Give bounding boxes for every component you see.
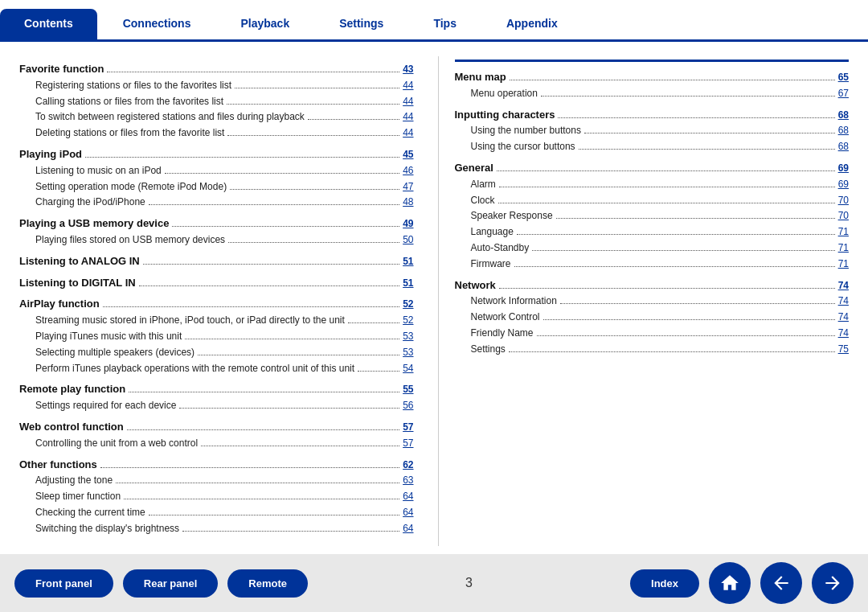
main-content: Favorite function43Registering stations … [0,42,868,554]
toc-sub-entry: Network Control74 [455,310,850,326]
home-button[interactable] [709,562,751,604]
toc-section: Listening to ANALOG IN51 [19,253,414,270]
toc-page[interactable]: 62 [403,458,413,474]
toc-page[interactable]: 70 [838,208,849,224]
toc-section: Playing iPod45Listening to music on an i… [19,146,414,211]
toc-sub-entry: Sleep timer function64 [19,489,414,505]
toc-label: Streaming music stored in iPhone, iPod t… [35,313,345,329]
toc-page[interactable]: 49 [403,216,413,232]
toc-page[interactable]: 46 [403,163,413,179]
toc-label: Registering stations or files to the fav… [35,78,231,94]
toc-page[interactable]: 68 [838,139,849,155]
toc-label: Menu operation [471,86,538,102]
toc-label: Network [455,277,496,294]
toc-page[interactable]: 51 [403,254,413,270]
toc-label: General [455,159,493,176]
toc-page[interactable]: 70 [838,193,849,209]
toc-page[interactable]: 57 [403,420,413,436]
toc-main-entry: Network74 [455,277,850,294]
tab-appendix[interactable]: Appendix [482,9,582,39]
toc-page[interactable]: 45 [403,147,413,163]
toc-page[interactable]: 44 [403,78,413,94]
toc-page[interactable]: 69 [838,177,849,193]
toc-page[interactable]: 71 [838,224,849,240]
toc-page[interactable]: 67 [838,86,849,102]
toc-page[interactable]: 71 [838,257,849,273]
tab-playback[interactable]: Playback [216,9,313,39]
index-button[interactable]: Index [630,569,699,598]
toc-page[interactable]: 74 [838,326,849,342]
toc-sub-entry: Menu operation67 [455,86,850,102]
toc-page[interactable]: 65 [838,70,849,86]
toc-sub-entry: To switch between registered stations an… [19,109,414,125]
toc-page[interactable]: 74 [838,278,849,294]
toc-section: General69Alarm69Clock70Speaker Response7… [455,159,850,273]
toc-page[interactable]: 63 [403,473,413,489]
toc-page[interactable]: 64 [403,505,413,521]
toc-page[interactable]: 68 [838,108,849,124]
toc-sub-entry: Selecting multiple speakers (devices)53 [19,345,414,361]
toc-label: Adjusting the tone [35,473,113,489]
toc-page[interactable]: 51 [403,276,413,292]
toc-page[interactable]: 68 [838,123,849,139]
toc-page[interactable]: 71 [838,240,849,257]
toc-page[interactable]: 64 [403,489,413,505]
toc-label: Settings required for each device [35,398,176,414]
toc-page[interactable]: 75 [838,342,849,358]
top-navigation: ContentsConnectionsPlaybackSettingsTipsA… [0,0,868,42]
toc-page[interactable]: 43 [403,62,413,78]
toc-page[interactable]: 57 [403,436,413,452]
toc-sub-entry: Friendly Name74 [455,326,850,342]
nav-pill-front-panel[interactable]: Front panel [14,569,113,598]
toc-section: Remote play function55Settings required … [19,380,414,414]
toc-sub-entry: Checking the current time64 [19,505,414,521]
toc-sub-entry: Controlling the unit from a web control5… [19,436,414,452]
toc-sub-entry: Playing files stored on USB memory devic… [19,232,414,248]
toc-label: Clock [471,193,495,209]
toc-page[interactable]: 44 [403,125,413,142]
back-button[interactable] [760,562,802,604]
toc-page[interactable]: 56 [403,398,413,414]
toc-label: AirPlay function [19,295,100,312]
toc-page[interactable]: 55 [403,382,413,398]
toc-page[interactable]: 48 [403,195,413,211]
toc-label: Friendly Name [471,326,534,342]
toc-label: Remote play function [19,380,125,397]
toc-label: Perform iTunes playback operations with … [35,361,354,377]
toc-page[interactable]: 74 [838,294,849,310]
tab-tips[interactable]: Tips [409,9,481,39]
tab-contents[interactable]: Contents [0,9,97,39]
toc-page[interactable]: 69 [838,161,849,177]
toc-page[interactable]: 53 [403,329,413,345]
toc-main-entry: AirPlay function52 [19,295,414,313]
toc-page[interactable]: 50 [403,232,413,248]
toc-section: Favorite function43Registering stations … [19,60,414,142]
toc-label: Network Control [471,310,540,326]
toc-sub-entry: Registering stations or files to the fav… [19,78,414,94]
toc-page[interactable]: 64 [403,521,413,537]
toc-label: Playing files stored on USB memory devic… [35,232,225,248]
toc-main-entry: Playing a USB memory device49 [19,215,414,232]
toc-label: Sleep timer function [35,489,121,505]
toc-label: Language [471,224,514,240]
toc-page[interactable]: 53 [403,345,413,361]
toc-page[interactable]: 47 [403,179,413,195]
toc-label: Speaker Response [471,208,553,224]
forward-button[interactable] [812,562,854,604]
toc-label: Using the number buttons [471,123,581,139]
toc-label: Charging the iPod/iPhone [35,195,145,211]
nav-pill-rear-panel[interactable]: Rear panel [123,569,218,598]
toc-page[interactable]: 74 [838,310,849,326]
nav-pill-remote[interactable]: Remote [227,569,308,598]
toc-page[interactable]: 52 [403,313,413,329]
tab-connections[interactable]: Connections [99,9,215,39]
toc-label: Deleting stations or files from the favo… [35,125,224,142]
toc-page[interactable]: 54 [403,361,413,377]
toc-sub-entry: Using the cursor buttons68 [455,139,850,155]
toc-page[interactable]: 44 [403,109,413,125]
toc-page[interactable]: 44 [403,94,413,110]
toc-main-entry: Inputting characters68 [455,106,850,124]
toc-main-entry: Web control function57 [19,418,414,436]
tab-settings[interactable]: Settings [315,9,407,39]
toc-page[interactable]: 52 [403,297,413,313]
